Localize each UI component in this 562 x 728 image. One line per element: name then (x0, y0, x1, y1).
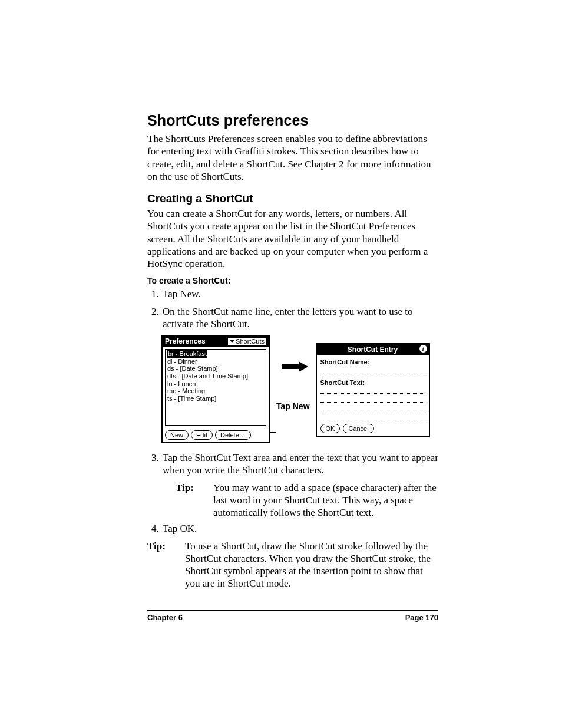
tip-label: Tip: (176, 482, 213, 519)
list-item[interactable]: ts - [Time Stamp] (167, 395, 264, 403)
step-3: Tap the ShortCut Text area and enter the… (161, 452, 438, 477)
delete-button[interactable]: Delete… (215, 430, 251, 440)
ok-button[interactable]: OK (320, 424, 340, 433)
step-1: Tap New. (161, 288, 438, 300)
shortcut-name-input[interactable] (320, 365, 425, 373)
figure: Preferences ShortCuts br - Breakfast di … (161, 335, 438, 443)
svg-rect-0 (282, 364, 299, 369)
edit-button[interactable]: Edit (191, 430, 213, 440)
preferences-screen: Preferences ShortCuts br - Breakfast di … (161, 335, 270, 443)
shortcut-text-input[interactable] (320, 395, 425, 403)
create-intro-paragraph: You can create a ShortCut for any words,… (147, 207, 438, 270)
step-4: Tap OK. (161, 522, 438, 535)
prefs-dropdown[interactable]: ShortCuts (228, 338, 266, 345)
prefs-title: Preferences (165, 337, 206, 345)
shortcut-name-label: ShortCut Name: (320, 358, 425, 365)
shortcut-text-input[interactable] (320, 404, 425, 411)
list-item[interactable]: br - Breakfast (167, 350, 207, 358)
chevron-down-icon (230, 340, 234, 343)
callout-label: Tap New (276, 401, 310, 411)
tip-text: To use a ShortCut, draw the ShortCut str… (185, 540, 438, 590)
shortcut-text-label: ShortCut Text: (320, 379, 425, 386)
tip-label: Tip: (147, 540, 185, 590)
page-title: ShortCuts preferences (147, 112, 438, 129)
footer-page: Page 170 (405, 613, 438, 622)
shortcuts-list[interactable]: br - Breakfast di - Dinner ds - [Date St… (165, 349, 266, 426)
shortcut-text-input[interactable] (320, 386, 425, 394)
step-2: On the ShortCut name line, enter the let… (161, 305, 438, 331)
list-item[interactable]: di - Dinner (167, 358, 264, 365)
shortcut-text-input[interactable] (320, 413, 425, 420)
tip-text: You may want to add a space (space chara… (213, 482, 438, 519)
info-icon[interactable]: i (419, 345, 427, 353)
new-button[interactable]: New (165, 430, 189, 440)
arrow-right-icon (282, 361, 308, 372)
svg-marker-1 (299, 361, 308, 372)
list-item[interactable]: dts - [Date and Time Stamp] (167, 373, 264, 380)
entry-title: ShortCut Entry (348, 345, 398, 354)
list-item[interactable]: me - Meeting (167, 387, 264, 395)
steps-heading: To create a ShortCut: (147, 276, 438, 285)
list-item[interactable]: lu - Lunch (167, 380, 264, 388)
list-item[interactable]: ds - [Date Stamp] (167, 365, 264, 373)
cancel-button[interactable]: Cancel (343, 424, 373, 433)
page-footer: Chapter 6 Page 170 (147, 610, 438, 622)
footer-chapter: Chapter 6 (147, 613, 183, 622)
section-heading: Creating a ShortCut (147, 192, 438, 205)
callout-connector (270, 432, 276, 433)
intro-paragraph: The ShortCuts Preferences screen enables… (147, 133, 438, 183)
shortcut-entry-dialog: ShortCut Entry i ShortCut Name: ShortCut… (316, 343, 430, 437)
